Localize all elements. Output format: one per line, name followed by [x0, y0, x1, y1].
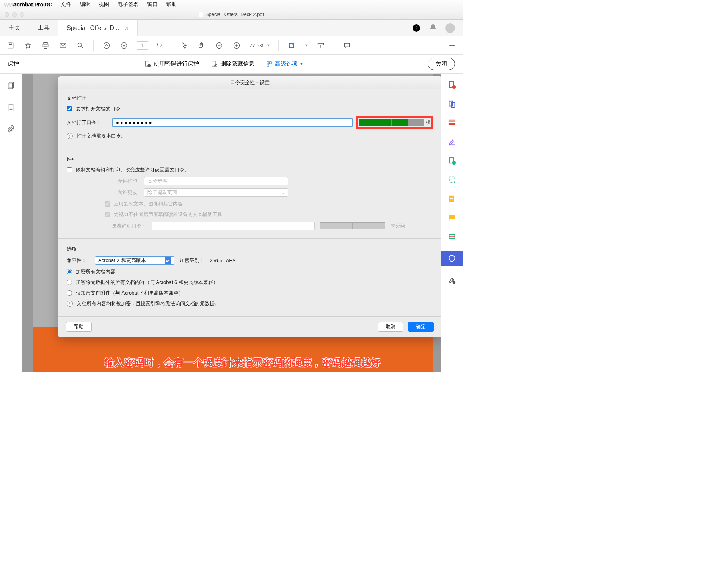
help-icon[interactable]: ?	[412, 24, 421, 33]
protect-redact[interactable]: 删除隐藏信息	[210, 60, 254, 68]
svg-point-22	[147, 64, 150, 67]
tab-tools[interactable]: 工具	[29, 20, 58, 36]
edit-icon[interactable]	[447, 137, 457, 146]
enc-except-meta-radio[interactable]	[67, 280, 72, 285]
menu-help[interactable]: 帮助	[166, 1, 177, 8]
bookmark-icon[interactable]	[7, 103, 15, 113]
svg-rect-28	[267, 64, 269, 66]
enable-copy-checkbox	[105, 201, 110, 207]
export-icon[interactable]: +	[447, 156, 457, 165]
compress-icon[interactable]	[447, 175, 457, 184]
require-open-checkbox[interactable]	[67, 106, 72, 111]
perm-password-input	[152, 222, 315, 230]
more-icon[interactable]: •••	[447, 41, 457, 50]
fit-icon[interactable]	[287, 41, 296, 50]
zoom-out-icon[interactable]	[215, 41, 224, 50]
protect-password[interactable]: 使用密码进行保护	[144, 60, 199, 68]
bell-icon[interactable]	[428, 24, 438, 33]
tab-document[interactable]: Special_Offers_D...✕	[58, 20, 138, 36]
enc-hint: 文档所有内容均将被加密，且搜索引擎将无法访问文档的元数据。	[77, 300, 220, 307]
info-icon: !	[67, 133, 73, 139]
restrict-checkbox[interactable]	[67, 167, 72, 172]
svg-text:+: +	[453, 281, 455, 284]
menu-file[interactable]: 文件	[61, 1, 71, 8]
enc-attachments-radio[interactable]	[67, 290, 72, 296]
protect-advanced[interactable]: 高级选项▼	[266, 60, 303, 67]
comment-tool-icon[interactable]	[447, 213, 457, 222]
open-password-label: 文档打开口令：	[67, 119, 108, 126]
svg-rect-6	[44, 46, 47, 48]
attachment-icon[interactable]	[7, 125, 15, 135]
svg-rect-4	[44, 42, 47, 44]
perm-strength	[320, 222, 385, 229]
help-button[interactable]: 帮助	[66, 322, 92, 332]
svg-point-10	[104, 42, 110, 48]
create-pdf-icon[interactable]: +	[447, 80, 457, 89]
svg-rect-2	[8, 43, 13, 48]
hand-icon[interactable]	[197, 41, 206, 50]
cancel-button[interactable]: 取消	[378, 322, 403, 332]
open-hint: 打开文档需要本口令。	[77, 133, 126, 139]
restrict-label: 限制文档编辑和打印。改变这些许可设置需要口令。	[76, 166, 189, 173]
svg-rect-27	[269, 62, 271, 64]
protect-tool-icon[interactable]	[441, 251, 463, 266]
watermark: www.M..z.com	[4, 1, 50, 9]
pointer-icon[interactable]	[180, 41, 189, 50]
avatar[interactable]	[445, 23, 455, 33]
ok-button[interactable]: 确定	[408, 322, 434, 332]
section-permissions: 许可	[67, 156, 433, 163]
zoom-dropdown[interactable]: 77.3%▼	[249, 42, 270, 49]
menu-esign[interactable]: 电子签名	[118, 1, 139, 8]
svg-text:+: +	[453, 161, 455, 165]
combine-icon[interactable]	[447, 99, 457, 108]
menu-window[interactable]: 窗口	[147, 1, 158, 8]
section-options: 选项	[67, 246, 433, 252]
ruler-icon[interactable]	[316, 41, 325, 50]
svg-rect-26	[267, 62, 269, 64]
svg-line-9	[82, 46, 83, 48]
enable-reader-checkbox	[105, 212, 110, 217]
close-icon[interactable]: ✕	[124, 25, 129, 31]
mac-menubar: Acrobat Pro DC 文件 编辑 视图 电子签名 窗口 帮助	[0, 0, 463, 9]
open-password-input[interactable]	[112, 118, 353, 127]
svg-rect-42	[449, 177, 455, 183]
mail-icon[interactable]	[58, 41, 67, 50]
document-area: Nov. 30, 2014 口令安全性－设置 文档打开 要求打开文档的口令 文档…	[22, 74, 441, 372]
sign-icon[interactable]	[447, 194, 457, 203]
strength-meter: 强	[356, 116, 433, 129]
svg-rect-35	[451, 102, 455, 107]
protect-bar: 保护 使用密码进行保护 删除隐藏信息 高级选项▼ 关闭	[0, 55, 463, 74]
svg-rect-45	[449, 215, 455, 219]
enc-all-radio[interactable]	[67, 269, 72, 274]
pages-icon[interactable]	[7, 81, 15, 91]
svg-text:+: +	[453, 85, 455, 89]
svg-point-8	[78, 43, 82, 47]
comment-icon[interactable]	[342, 41, 351, 50]
page-total: / 7	[157, 42, 163, 49]
print-icon[interactable]	[41, 41, 50, 50]
close-button[interactable]: 关闭	[428, 58, 455, 70]
organize-icon[interactable]	[447, 118, 457, 127]
allow-change-label: 允许更改:	[105, 189, 139, 196]
save-icon[interactable]	[6, 41, 15, 50]
menu-edit[interactable]: 编辑	[80, 1, 90, 8]
star-icon[interactable]	[24, 41, 33, 50]
tab-home[interactable]: 主页	[0, 20, 29, 36]
search-icon[interactable]	[76, 41, 85, 50]
app-tabs: 主页 工具 Special_Offers_D...✕ ?	[0, 20, 463, 36]
scan-icon[interactable]	[447, 232, 457, 241]
more-tools-icon[interactable]: +	[447, 276, 457, 285]
page-number-input[interactable]	[137, 41, 148, 50]
page-down-icon[interactable]	[119, 41, 129, 50]
svg-rect-36	[449, 120, 455, 122]
menu-view[interactable]: 视图	[99, 1, 109, 8]
right-sidebar: + + +	[441, 74, 463, 372]
zoom-in-icon[interactable]	[232, 41, 241, 50]
window-title: Special_Offers_Deck 2.pdf	[206, 11, 264, 17]
svg-rect-37	[449, 123, 455, 125]
compat-select[interactable]: Acrobat X 和更高版本▴▾	[95, 256, 174, 265]
enc-level-label: 加密级别：	[180, 257, 204, 264]
protect-label: 保护	[8, 60, 19, 67]
require-open-label: 要求打开文档的口令	[76, 105, 120, 112]
page-up-icon[interactable]	[102, 41, 111, 50]
